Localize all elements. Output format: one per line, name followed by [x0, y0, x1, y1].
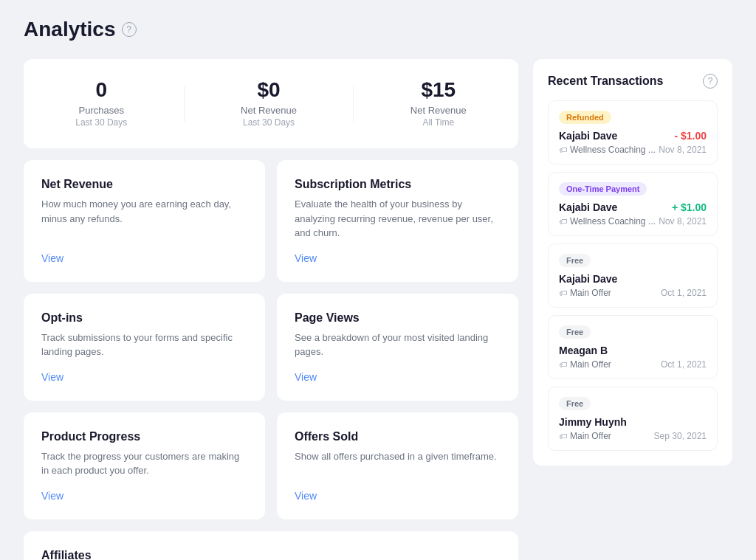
transaction-name: Jimmy Huynh	[559, 416, 627, 428]
transaction-badge: Free	[559, 254, 591, 267]
transaction-badge: One-Time Payment	[559, 182, 647, 196]
card-page-views-desc: See a breakdown of your most visited lan…	[295, 331, 501, 359]
card-page-views: Page Views See a breakdown of your most …	[277, 294, 518, 401]
transaction-name-row: Kajabi Dave - $1.00	[559, 130, 707, 142]
transaction-date: Sep 30, 2021	[654, 431, 707, 441]
transaction-item: Free Meagan B 🏷 Main Offer Oct 1, 2021	[548, 315, 718, 379]
stat-net-revenue-30-label: Net Revenue	[241, 105, 297, 116]
transaction-meta: 🏷 Main Offer Sep 30, 2021	[559, 431, 707, 441]
card-subscription-title: Subscription Metrics	[295, 178, 501, 191]
transaction-badge: Refunded	[559, 111, 611, 124]
card-offers-sold-desc: Show all offers purchased in a given tim…	[295, 449, 501, 478]
transaction-offer: 🏷 Main Offer	[559, 359, 611, 370]
tag-icon: 🏷	[559, 145, 567, 154]
tag-icon: 🏷	[559, 432, 567, 440]
transaction-item: Free Kajabi Dave 🏷 Main Offer Oct 1, 202…	[548, 243, 718, 308]
stat-purchases: 0 Purchases Last 30 Days	[75, 80, 127, 128]
transaction-badge: Free	[559, 397, 591, 410]
page-header: Analytics ?	[24, 18, 732, 41]
tag-icon: 🏷	[559, 217, 567, 226]
transaction-name-row: Kajabi Dave	[559, 273, 707, 285]
right-column: Recent Transactions ? Refunded Kajabi Da…	[533, 59, 732, 466]
card-affiliates-title: Affiliates	[41, 549, 501, 561]
header-help-icon[interactable]: ?	[122, 22, 137, 37]
stat-net-revenue-all-value: $15	[410, 80, 467, 100]
transaction-name-row: Kajabi Dave + $1.00	[559, 201, 707, 213]
transaction-name: Kajabi Dave	[559, 130, 617, 142]
left-column: 0 Purchases Last 30 Days $0 Net Revenue …	[24, 59, 518, 560]
transaction-item: Free Jimmy Huynh 🏷 Main Offer Sep 30, 20…	[548, 387, 718, 451]
card-net-revenue-link[interactable]: View	[41, 252, 247, 264]
card-offers-sold: Offers Sold Show all offers purchased in…	[277, 412, 518, 519]
stat-net-revenue-30: $0 Net Revenue Last 30 Days	[241, 80, 297, 128]
stat-net-revenue-all-label: Net Revenue	[410, 105, 467, 116]
card-optins: Opt-ins Track submissions to your forms …	[24, 294, 265, 401]
card-page-views-link[interactable]: View	[295, 371, 501, 383]
stat-purchases-value: 0	[75, 80, 127, 100]
transaction-offer: 🏷 Main Offer	[559, 288, 611, 298]
stats-card: 0 Purchases Last 30 Days $0 Net Revenue …	[24, 59, 518, 148]
stat-net-revenue-30-value: $0	[241, 80, 297, 100]
transaction-amount: - $1.00	[674, 130, 707, 142]
transactions-header: Recent Transactions ?	[548, 74, 718, 89]
transaction-meta: 🏷 Main Offer Oct 1, 2021	[559, 288, 707, 298]
transaction-date: Nov 8, 2021	[659, 145, 707, 155]
transaction-amount: + $1.00	[672, 201, 707, 213]
card-offers-sold-link[interactable]: View	[295, 490, 501, 502]
stat-divider-2	[353, 86, 354, 122]
tag-icon: 🏷	[559, 288, 567, 297]
card-page-views-title: Page Views	[295, 311, 501, 325]
transaction-item: One-Time Payment Kajabi Dave + $1.00 🏷 W…	[548, 172, 718, 236]
card-net-revenue: Net Revenue How much money you are earni…	[24, 160, 265, 282]
stat-purchases-sublabel: Last 30 Days	[75, 117, 127, 128]
stat-divider-1	[184, 86, 185, 122]
card-subscription-desc: Evaluate the health of your business by …	[295, 197, 501, 241]
transaction-offer: 🏷 Wellness Coaching ...	[559, 216, 656, 227]
stat-net-revenue-all-sublabel: All Time	[410, 117, 467, 128]
transaction-item: Refunded Kajabi Dave - $1.00 🏷 Wellness …	[548, 100, 718, 165]
card-affiliates: Affiliates View affiliate stats to see p…	[24, 531, 518, 561]
tag-icon: 🏷	[559, 360, 567, 369]
transactions-list: Refunded Kajabi Dave - $1.00 🏷 Wellness …	[548, 100, 718, 451]
transaction-date: Nov 8, 2021	[659, 216, 707, 227]
card-optins-desc: Track submissions to your forms and spec…	[41, 331, 247, 359]
stat-purchases-label: Purchases	[75, 105, 127, 116]
transactions-title: Recent Transactions	[548, 75, 664, 88]
card-product-progress-desc: Track the progress your customers are ma…	[41, 449, 247, 478]
card-optins-link[interactable]: View	[41, 371, 247, 383]
card-subscription-link[interactable]: View	[295, 252, 501, 264]
transactions-help-icon[interactable]: ?	[703, 74, 718, 89]
transaction-date: Oct 1, 2021	[661, 359, 707, 370]
transaction-date: Oct 1, 2021	[661, 288, 707, 298]
card-net-revenue-title: Net Revenue	[41, 178, 247, 191]
transaction-name-row: Meagan B	[559, 345, 707, 356]
card-net-revenue-desc: How much money you are earning each day,…	[41, 197, 247, 241]
card-product-progress: Product Progress Track the progress your…	[24, 412, 265, 519]
stat-net-revenue-30-sublabel: Last 30 Days	[241, 117, 297, 128]
transaction-name: Meagan B	[559, 345, 608, 356]
transaction-badge: Free	[559, 325, 591, 339]
cards-grid: Net Revenue How much money you are earni…	[24, 160, 518, 519]
card-product-progress-title: Product Progress	[41, 430, 247, 443]
transaction-offer: 🏷 Main Offer	[559, 431, 611, 441]
transaction-offer: 🏷 Wellness Coaching ...	[559, 145, 656, 155]
card-offers-sold-title: Offers Sold	[295, 430, 501, 443]
card-subscription-metrics: Subscription Metrics Evaluate the health…	[277, 160, 518, 282]
page-title: Analytics	[24, 18, 116, 41]
main-layout: 0 Purchases Last 30 Days $0 Net Revenue …	[24, 59, 732, 560]
transaction-meta: 🏷 Main Offer Oct 1, 2021	[559, 359, 707, 370]
transaction-name-row: Jimmy Huynh	[559, 416, 707, 428]
stat-net-revenue-all: $15 Net Revenue All Time	[410, 80, 467, 128]
card-optins-title: Opt-ins	[41, 311, 247, 325]
transaction-meta: 🏷 Wellness Coaching ... Nov 8, 2021	[559, 216, 707, 227]
card-product-progress-link[interactable]: View	[41, 490, 247, 502]
transaction-name: Kajabi Dave	[559, 273, 617, 285]
transaction-meta: 🏷 Wellness Coaching ... Nov 8, 2021	[559, 145, 707, 155]
transaction-name: Kajabi Dave	[559, 201, 617, 213]
transactions-card: Recent Transactions ? Refunded Kajabi Da…	[533, 59, 732, 466]
